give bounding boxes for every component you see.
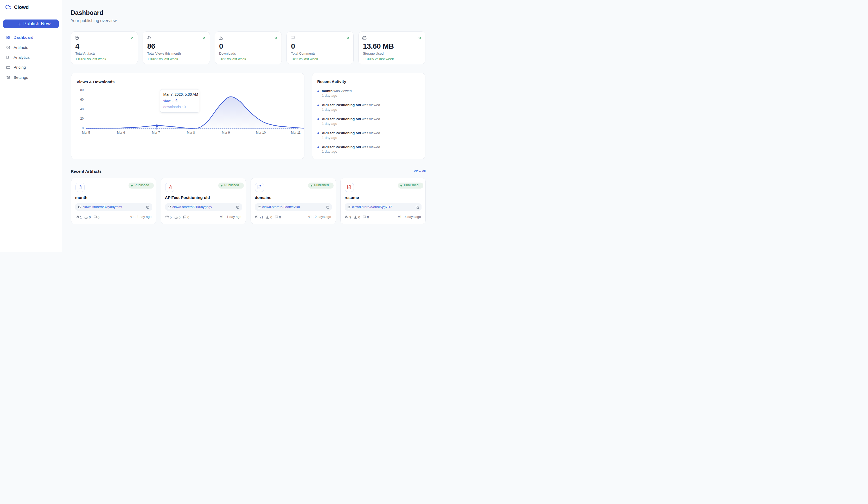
svg-text:Mar 7: Mar 7 — [152, 131, 160, 135]
svg-text:0: 0 — [82, 127, 84, 130]
svg-text:20: 20 — [80, 117, 84, 121]
svg-text:40: 40 — [80, 107, 84, 111]
svg-text:Mar 8: Mar 8 — [187, 131, 195, 135]
svg-text:Mar 11: Mar 11 — [291, 131, 300, 135]
svg-text:Mar 5: Mar 5 — [82, 131, 90, 135]
svg-text:Mar 9: Mar 9 — [222, 131, 230, 135]
svg-text:60: 60 — [80, 98, 84, 102]
svg-text:Mar 6: Mar 6 — [117, 131, 125, 135]
svg-text:Mar 10: Mar 10 — [256, 131, 266, 135]
svg-text:80: 80 — [80, 88, 84, 92]
